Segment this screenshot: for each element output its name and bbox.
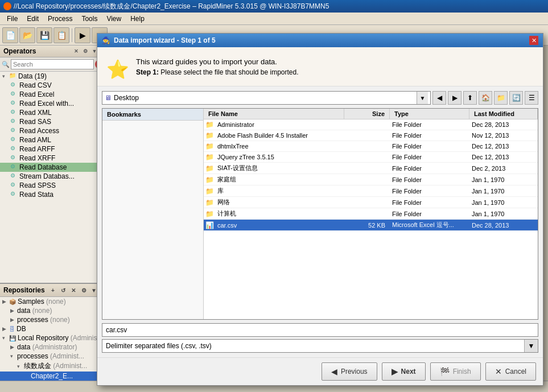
- left-panel: Operators ✕ ⚙ ▼ 🔍 ✕ ▾ 📁 Data (19) ⚙ Read…: [0, 46, 102, 381]
- repo-local-processes[interactable]: ▾ processes (Administ...: [0, 352, 102, 361]
- col-header-size[interactable]: Size: [344, 109, 390, 119]
- next-btn[interactable]: ▶ Next: [382, 362, 426, 381]
- repos-add-btn[interactable]: +: [48, 286, 57, 295]
- nav-forward-btn[interactable]: ▶: [448, 91, 462, 105]
- nav-view-btn[interactable]: ☰: [525, 91, 538, 105]
- nav-refresh-btn[interactable]: 🔄: [509, 91, 523, 105]
- menu-view[interactable]: View: [102, 14, 126, 24]
- tree-item-read-aml[interactable]: ⚙ Read AML: [0, 135, 102, 145]
- repo-xusucheng[interactable]: ▾ 续数成金 (Administ...: [0, 361, 102, 372]
- expand-icon: ▾: [2, 335, 9, 341]
- file-modified: Jan 1, 1970: [469, 176, 538, 183]
- repo-data-samples[interactable]: ▶ data (none): [0, 306, 102, 315]
- col-header-name[interactable]: File Name: [204, 109, 344, 119]
- previous-btn[interactable]: ◀ Previous: [322, 362, 377, 381]
- menu-tools[interactable]: Tools: [77, 14, 102, 24]
- operator-icon: ⚙: [10, 181, 18, 189]
- repo-samples[interactable]: ▶ 📦 Samples (none): [0, 297, 102, 306]
- nav-back-btn[interactable]: ◀: [432, 91, 446, 105]
- menu-edit[interactable]: Edit: [22, 14, 43, 24]
- file-row[interactable]: 📁 计算机 File Folder Jan 1, 1970: [204, 208, 538, 220]
- toolbar-new-btn[interactable]: 📄: [2, 27, 18, 43]
- operator-icon: ⚙: [10, 136, 18, 144]
- dialog-close-btn[interactable]: ✕: [529, 36, 538, 45]
- file-row[interactable]: 📊 car.csv 52 KB Microsoft Excel 逗号... De…: [204, 220, 538, 231]
- repo-local[interactable]: ▾ 💾 Local Repository (Adminis...: [0, 333, 102, 343]
- repositories-label: Repositories: [3, 286, 45, 294]
- col-header-type[interactable]: Type: [390, 109, 469, 119]
- operators-collapse-btn[interactable]: ✕: [72, 47, 80, 55]
- menu-help[interactable]: Help: [126, 14, 149, 24]
- operators-toolbar: ✕ ⚙ ▼: [72, 47, 98, 55]
- tree-item-read-spss[interactable]: ⚙ Read SPSS: [0, 181, 102, 190]
- file-row[interactable]: 📁 家庭组 File Folder Jan 1, 1970: [204, 174, 538, 185]
- operator-icon: ⚙: [10, 90, 18, 98]
- next-btn-label: Next: [401, 368, 416, 376]
- location-dropdown-btn[interactable]: ▼: [417, 92, 428, 104]
- tree-item-read-excel[interactable]: ⚙ Read Excel: [0, 90, 102, 99]
- tree-item-read-xrff[interactable]: ⚙ Read XRFF: [0, 154, 102, 163]
- repo-processes-samples[interactable]: ▶ processes (none): [0, 315, 102, 324]
- file-row[interactable]: 📁 dhtmlxTree File Folder Dec 12, 2013: [204, 141, 538, 152]
- file-row[interactable]: 📁 库 File Folder Jan 1, 1970: [204, 185, 538, 197]
- toolbar-run-btn[interactable]: ▶: [75, 27, 90, 43]
- repositories-panel: Repositories + ↺ ✕ ⚙ ▼ ▶ 📦 Samples (none…: [0, 283, 102, 381]
- cancel-x-icon: ✕: [495, 367, 502, 376]
- operators-header: Operators ✕ ⚙ ▼: [0, 46, 102, 57]
- file-row[interactable]: 📁 SIAT-设置信息 File Folder Dec 2, 2013: [204, 163, 538, 174]
- repos-refresh-btn[interactable]: ↺: [59, 286, 68, 295]
- file-type-dropdown-btn[interactable]: ▼: [524, 340, 538, 352]
- repositories-tree: ▶ 📦 Samples (none) ▶ data (none) ▶ proce…: [0, 297, 102, 381]
- tree-item-read-xml[interactable]: ⚙ Read XML: [0, 108, 102, 117]
- expand-icon: ▾: [10, 353, 17, 359]
- read-xml-label: Read XML: [19, 109, 52, 117]
- file-row[interactable]: 📁 JQuery zTree 3.5.15 File Folder Dec 12…: [204, 152, 538, 163]
- menu-file[interactable]: File: [2, 14, 22, 24]
- tree-item-read-arff[interactable]: ⚙ Read ARFF: [0, 145, 102, 154]
- previous-btn-label: Previous: [341, 368, 368, 376]
- tree-item-data-group[interactable]: ▾ 📁 Data (19): [0, 72, 102, 81]
- file-name: JQuery zTree 3.5.15: [215, 154, 344, 160]
- repo-chapter2[interactable]: Chapter2_E...: [0, 372, 102, 381]
- finish-btn[interactable]: 🏁 Finish: [430, 362, 481, 381]
- repo-db[interactable]: ▶ 🗄 DB: [0, 324, 102, 333]
- dialog-body: 🖥 Desktop ▼ ◀ ▶ ⬆ 🏠 📁 🔄 ☰ Bo: [97, 86, 543, 357]
- repo-local-data[interactable]: ▶ data (Administrator): [0, 343, 102, 352]
- read-excel-with-label: Read Excel with...: [19, 100, 74, 108]
- read-xrff-label: Read XRFF: [19, 154, 55, 162]
- search-input[interactable]: [11, 59, 94, 69]
- tree-item-stream-database[interactable]: ⚙ Stream Databas...: [0, 172, 102, 181]
- folder-icon: 📁: [204, 210, 215, 218]
- operators-settings-btn[interactable]: ⚙: [81, 47, 89, 55]
- nav-newfolder-btn[interactable]: 📁: [494, 91, 508, 105]
- nav-up-btn[interactable]: ⬆: [463, 91, 477, 105]
- toolbar-open-btn[interactable]: 📂: [19, 27, 35, 43]
- file-type-bar[interactable]: Delimiter separated files (.csv, .tsv) ▼: [102, 339, 538, 353]
- file-modified: Dec 28, 2013: [469, 121, 538, 128]
- file-type-cell: File Folder: [390, 188, 469, 195]
- tree-item-read-database[interactable]: ⚙ Read Database: [0, 163, 102, 172]
- repos-settings-btn[interactable]: ⚙: [79, 286, 88, 295]
- repos-collapse-btn[interactable]: ✕: [69, 286, 78, 295]
- tree-item-read-csv[interactable]: ⚙ Read CSV: [0, 81, 102, 90]
- toolbar-save-btn[interactable]: 💾: [36, 27, 52, 43]
- folder-icon: 📁: [204, 131, 215, 139]
- toolbar-save-as-btn[interactable]: 📋: [53, 27, 69, 43]
- tree-item-read-access[interactable]: ⚙ Read Access: [0, 126, 102, 135]
- col-header-modified[interactable]: Last Modified: [469, 109, 538, 119]
- tree-item-read-excel-with[interactable]: ⚙ Read Excel with...: [0, 99, 102, 108]
- cancel-btn[interactable]: ✕ Cancel: [485, 362, 536, 381]
- operator-icon: ⚙: [10, 109, 18, 117]
- file-row[interactable]: 📁 Administrator File Folder Dec 28, 2013: [204, 119, 538, 130]
- tree-item-read-stata[interactable]: ⚙ Read Stata: [0, 190, 102, 199]
- expand-icon: ▾: [17, 364, 24, 369]
- operator-icon: ⚙: [10, 163, 18, 171]
- file-row[interactable]: 📁 网络 File Folder Jan 1, 1970: [204, 197, 538, 208]
- read-aml-label: Read AML: [19, 136, 51, 144]
- tree-item-read-sas[interactable]: ⚙ Read SAS: [0, 117, 102, 126]
- file-name: SIAT-设置信息: [215, 164, 344, 172]
- repos-toolbar: + ↺ ✕ ⚙ ▼: [48, 286, 98, 295]
- menu-process[interactable]: Process: [43, 14, 77, 24]
- file-row[interactable]: 📁 Adobe Flash Builder 4.5 Installer File…: [204, 130, 538, 141]
- nav-home-btn[interactable]: 🏠: [479, 91, 492, 105]
